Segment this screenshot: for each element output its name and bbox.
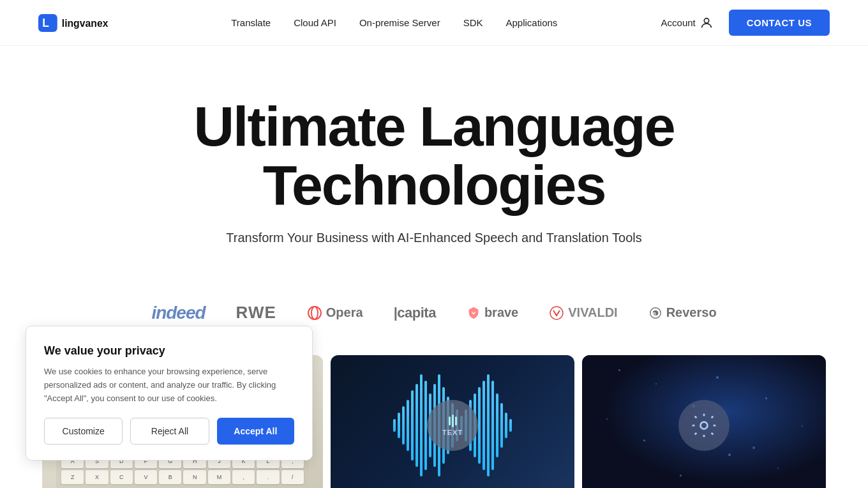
svg-text:L: L — [42, 17, 49, 29]
key: M — [208, 470, 230, 484]
speech-text-badge: TEXT — [442, 429, 463, 436]
cookie-buttons: Customize Reject All Accept All — [44, 418, 294, 445]
header-right: Account CONTACT US — [661, 10, 830, 36]
logo[interactable]: L lingvanex — [38, 11, 128, 34]
svg-point-6 — [550, 307, 563, 319]
key: X — [86, 470, 108, 484]
contact-us-button[interactable]: CONTACT US — [729, 10, 830, 36]
svg-point-5 — [311, 307, 318, 319]
reject-all-button[interactable]: Reject All — [130, 418, 209, 445]
logo-vivaldi: VIVALDI — [549, 303, 617, 323]
svg-text:R: R — [652, 310, 656, 316]
main-nav: Translate Cloud API On-premise Server SD… — [231, 17, 557, 28]
accept-all-button[interactable]: Accept All — [217, 418, 294, 445]
key: C — [110, 470, 133, 484]
svg-point-4 — [308, 307, 321, 319]
key: . — [257, 470, 279, 484]
card-ai — [582, 355, 826, 488]
speech-visual: TEXT — [331, 355, 574, 488]
key: Z — [61, 470, 84, 484]
account-icon — [700, 16, 714, 30]
logo-brave: brave — [467, 303, 518, 323]
svg-point-9 — [701, 422, 708, 429]
key: V — [135, 470, 157, 484]
hero-subtitle: Transform Your Business with AI-Enhanced… — [38, 231, 830, 245]
ai-visual — [582, 355, 826, 488]
ai-settings-icon — [678, 400, 730, 451]
account-label: Account — [661, 17, 696, 28]
nav-cloud-api[interactable]: Cloud API — [294, 17, 336, 28]
cookie-banner: We value your privacy We use cookies to … — [26, 326, 313, 461]
cookie-text: We use cookies to enhance your browsing … — [44, 365, 294, 405]
customize-button[interactable]: Customize — [44, 418, 123, 445]
card-speech: TEXT — [331, 355, 574, 488]
hero-section: Ultimate Language Technologies Transform… — [0, 46, 868, 277]
logo-capita: |capita — [394, 303, 436, 323]
account-link[interactable]: Account — [661, 16, 714, 30]
cookie-title: We value your privacy — [44, 344, 294, 358]
svg-point-3 — [704, 18, 708, 22]
key: , — [232, 470, 255, 484]
speech-to-text-icon: TEXT — [427, 400, 478, 451]
logo-opera: Opera — [307, 303, 363, 323]
logo-reverso: R Reverso — [648, 303, 717, 323]
key: N — [183, 470, 206, 484]
nav-translate[interactable]: Translate — [231, 17, 271, 28]
logo-indeed: indeed — [151, 303, 205, 323]
key: / — [281, 470, 304, 484]
nav-on-premise[interactable]: On-premise Server — [359, 17, 440, 28]
key: B — [159, 470, 181, 484]
logo-rwe: RWE — [236, 303, 276, 323]
hero-title: Ultimate Language Technologies — [147, 97, 721, 215]
svg-text:lingvanex: lingvanex — [62, 18, 108, 29]
header: L lingvanex Translate Cloud API On-premi… — [0, 0, 868, 46]
nav-applications[interactable]: Applications — [505, 17, 557, 28]
nav-sdk[interactable]: SDK — [463, 17, 483, 28]
